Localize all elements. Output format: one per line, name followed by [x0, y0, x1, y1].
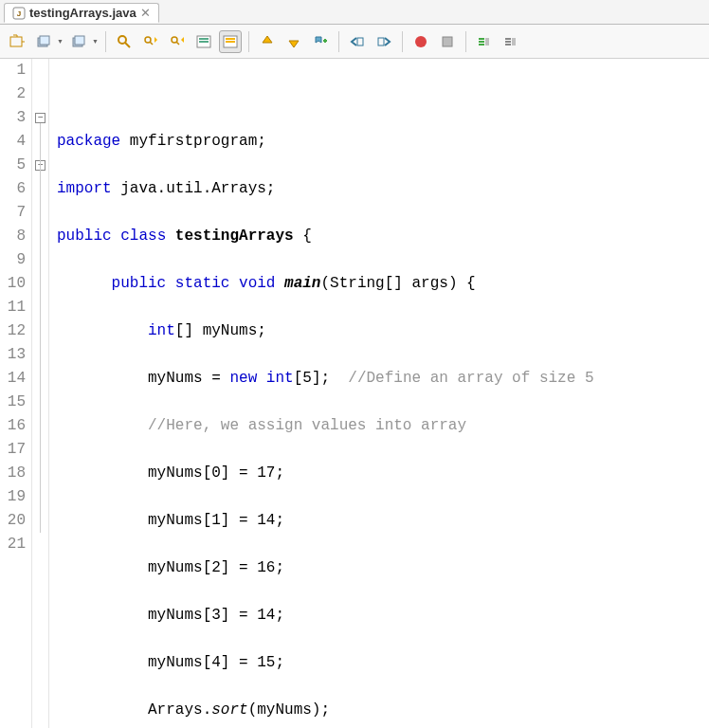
fold-guide: [40, 123, 41, 533]
find-button[interactable]: [113, 30, 136, 53]
code-line: myNums[2] = 16;: [57, 556, 594, 580]
code-line: public static void main(String[] args) {: [57, 272, 594, 296]
line-number: 12: [6, 319, 26, 343]
line-number: 17: [6, 438, 26, 462]
macro-stop-button[interactable]: [436, 30, 459, 53]
code-line: int[] myNums;: [57, 319, 594, 343]
line-number: 19: [6, 485, 26, 509]
toggle-bookmark-button[interactable]: [309, 30, 332, 53]
shift-left-button[interactable]: [346, 30, 369, 53]
editor-toolbar: ▼ ▼: [0, 25, 709, 59]
code-area[interactable]: package myfirstprogram; import java.util…: [49, 59, 594, 728]
code-line: myNums = new int[5]; //Define an array o…: [57, 367, 594, 391]
code-line: myNums[0] = 17;: [57, 462, 594, 485]
svg-rect-19: [357, 38, 363, 46]
code-line: myNums[3] = 14;: [57, 604, 594, 628]
fold-toggle-icon[interactable]: −: [35, 113, 45, 123]
line-number: 6: [6, 177, 26, 201]
svg-rect-17: [226, 38, 235, 40]
find-prev-button[interactable]: [139, 30, 162, 53]
dropdown-caret-icon[interactable]: ▼: [92, 38, 99, 45]
svg-rect-14: [199, 38, 209, 40]
line-number: 5: [6, 154, 26, 177]
svg-rect-15: [199, 41, 209, 43]
svg-line-10: [150, 42, 153, 45]
code-line: [57, 82, 594, 106]
line-number: 16: [6, 414, 26, 438]
code-line: Arrays.sort(myNums);: [57, 699, 594, 722]
toggle-highlight-button[interactable]: [192, 30, 215, 53]
svg-rect-20: [378, 38, 384, 46]
svg-point-21: [415, 36, 427, 47]
svg-line-12: [176, 42, 179, 45]
code-line: //Here, we assign values into array: [57, 414, 594, 438]
line-number: 20: [6, 509, 26, 533]
macro-record-button[interactable]: [409, 30, 432, 53]
find-next-button[interactable]: [166, 30, 189, 53]
svg-line-8: [125, 43, 130, 47]
line-number: 11: [6, 296, 26, 319]
code-line: import java.util.Arrays;: [57, 177, 594, 201]
code-line: public class testingArrays {: [57, 225, 594, 248]
toolbar-separator: [105, 31, 106, 52]
toolbar-separator: [402, 31, 403, 52]
svg-rect-4: [40, 36, 49, 45]
file-tab[interactable]: J testingArrays.java ✕: [4, 3, 159, 23]
close-tab-icon[interactable]: ✕: [140, 6, 151, 20]
tab-bar: J testingArrays.java ✕: [0, 0, 709, 25]
comment-button[interactable]: [473, 30, 496, 53]
toggle-highlight-active-button[interactable]: [219, 30, 242, 53]
line-number: 13: [6, 343, 26, 367]
code-line: package myfirstprogram;: [57, 130, 594, 154]
line-number: 15: [6, 391, 26, 414]
java-file-icon: J: [12, 7, 26, 20]
svg-rect-6: [75, 36, 84, 45]
svg-point-7: [118, 36, 126, 44]
line-number: 9: [6, 248, 26, 272]
line-number: 3: [6, 106, 26, 130]
svg-rect-22: [443, 37, 452, 46]
toolbar-separator: [248, 31, 249, 52]
svg-text:J: J: [17, 9, 21, 18]
shift-right-button[interactable]: [373, 30, 395, 53]
line-number: 14: [6, 367, 26, 391]
line-number: 21: [6, 533, 26, 556]
line-number: 4: [6, 130, 26, 154]
line-number-gutter: 1 2 3 4 5 6 7 8 9 10 11 12 13 14 15 16 1…: [0, 59, 32, 728]
line-number: 10: [6, 272, 26, 296]
code-line: myNums[1] = 14;: [57, 509, 594, 533]
next-bookmark-button[interactable]: [282, 30, 305, 53]
svg-rect-2: [10, 37, 22, 46]
line-number: 18: [6, 462, 26, 485]
source-button[interactable]: [6, 30, 28, 53]
dropdown-caret-icon[interactable]: ▼: [57, 38, 64, 45]
toolbar-separator: [465, 31, 466, 52]
line-number: 7: [6, 201, 26, 225]
line-number: 1: [6, 59, 26, 82]
file-tab-label: testingArrays.java: [29, 6, 136, 20]
code-editor[interactable]: 1 2 3 4 5 6 7 8 9 10 11 12 13 14 15 16 1…: [0, 59, 709, 728]
fold-column: − −: [32, 59, 49, 728]
line-number: 2: [6, 82, 26, 106]
svg-rect-18: [226, 41, 235, 43]
history-back-button[interactable]: [32, 30, 55, 53]
line-number: 8: [6, 225, 26, 248]
toolbar-separator: [338, 31, 339, 52]
uncomment-button[interactable]: [500, 30, 522, 53]
code-line: myNums[4] = 15;: [57, 651, 594, 675]
prev-bookmark-button[interactable]: [256, 30, 279, 53]
history-fwd-button[interactable]: [67, 30, 90, 53]
